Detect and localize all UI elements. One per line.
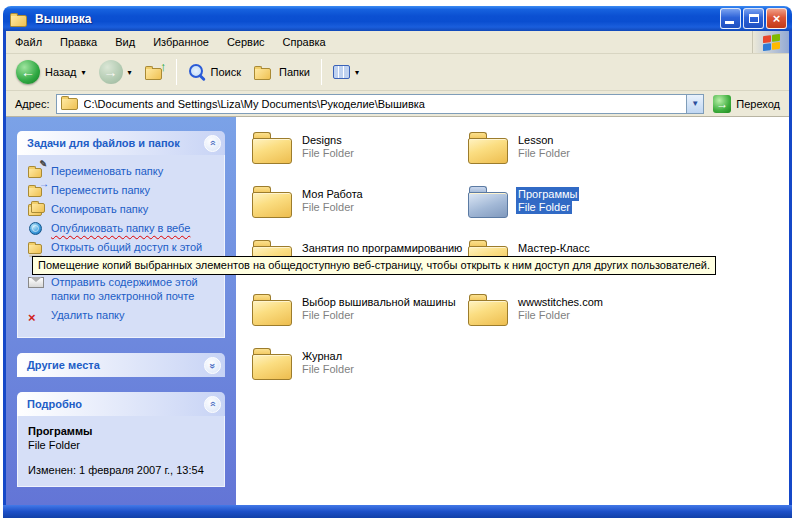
task-publish-folder-web[interactable]: Опубликовать папку в вебе (28, 221, 218, 235)
menu-file[interactable]: Файл (6, 32, 51, 52)
window-title: Вышивка (35, 12, 715, 26)
folder-item-lesson[interactable]: Lesson File Folder (468, 131, 789, 185)
address-folder-icon (61, 97, 79, 110)
task-email-folder[interactable]: Отправить содержимое этой папки по элект… (28, 275, 218, 303)
folder-item-wwwstitches[interactable]: wwwstitches.com File Folder (468, 293, 789, 347)
other-places-panel: Другие места » (17, 353, 225, 377)
forward-arrow-icon: → (99, 60, 123, 84)
email-icon (28, 275, 45, 289)
folder-type: File Folder (300, 363, 356, 376)
address-path[interactable]: C:\Documents and Settings\Liza\My Docume… (84, 98, 682, 110)
folder-icon (252, 185, 292, 219)
details-item-modified: Изменен: 1 февраля 2007 г., 13:54 (28, 464, 218, 476)
menu-favorites[interactable]: Избранное (144, 32, 218, 52)
folder-type: File Folder (300, 201, 356, 214)
folder-icon (468, 293, 508, 327)
folder-item-vybor-mashiny[interactable]: Выбор вышивальной машины File Folder (252, 293, 468, 347)
views-button[interactable]: ▾ (327, 61, 365, 83)
back-button[interactable]: ← Назад ▾ (10, 56, 92, 88)
tasks-panel: Задачи для файлов и папок » ✎ Переименов… (17, 131, 225, 338)
folder-name: wwwstitches.com (516, 295, 605, 309)
up-folder-icon: ↑ (145, 64, 165, 80)
back-dropdown-icon[interactable]: ▾ (82, 68, 86, 77)
menu-tools[interactable]: Сервис (218, 32, 274, 52)
folder-icon (252, 131, 292, 165)
folder-icon (252, 347, 292, 381)
task-pane: Задачи для файлов и папок » ✎ Переименов… (6, 117, 236, 505)
task-copy-folder[interactable]: Скопировать папку (28, 202, 218, 216)
folder-item-programmy-selected[interactable]: Программы File Folder (468, 185, 789, 239)
tasks-panel-header[interactable]: Задачи для файлов и папок » (17, 131, 225, 155)
address-dropdown-button[interactable]: ▼ (686, 95, 703, 113)
windows-logo (752, 31, 789, 53)
up-button[interactable]: ↑ (139, 60, 171, 84)
windows-flag-icon (763, 33, 780, 50)
window-folder-icon (10, 11, 30, 27)
forward-dropdown-icon[interactable]: ▾ (128, 68, 132, 77)
toolbar: ← Назад ▾ → ▾ ↑ Поиск Папки (6, 54, 789, 91)
menu-edit[interactable]: Правка (51, 32, 106, 52)
folder-icon (468, 131, 508, 165)
folder-type: File Folder (516, 147, 572, 160)
other-places-header[interactable]: Другие места » (17, 353, 225, 377)
details-item-name: Программы (28, 425, 218, 437)
publish-web-globe-icon (28, 221, 45, 235)
go-button[interactable]: → Переход (710, 93, 783, 115)
folder-name: Программы (516, 187, 579, 201)
folder-icon-selected (468, 185, 508, 219)
search-button[interactable]: Поиск (182, 59, 247, 85)
folder-item-zhurnal[interactable]: Журнал File Folder (252, 347, 468, 401)
move-folder-icon: → (28, 183, 45, 197)
folder-item-moya-rabota[interactable]: Моя Работа File Folder (252, 185, 468, 239)
folder-name: Designs (300, 133, 344, 147)
maximize-button[interactable] (743, 8, 764, 29)
folder-icon (252, 293, 292, 327)
close-button[interactable]: × (766, 8, 787, 29)
window-bottom-frame (3, 505, 792, 518)
search-icon (188, 63, 206, 81)
folder-name: Занятия по программированию (300, 241, 464, 255)
folder-type: File Folder (300, 147, 356, 160)
task-delete-folder[interactable]: × Удалить папку (28, 308, 218, 322)
back-arrow-icon: ← (16, 60, 40, 84)
toolbar-separator (321, 59, 322, 85)
file-list-area[interactable]: Designs File Folder Lesson File Folder (236, 117, 789, 505)
task-move-folder[interactable]: → Переместить папку (28, 183, 218, 197)
explorer-window: Вышивка × Файл Правка Вид Избранное Серв… (3, 6, 792, 518)
folder-type: File Folder (300, 309, 356, 322)
menu-view[interactable]: Вид (106, 32, 144, 52)
address-bar: Адрес: C:\Documents and Settings\Liza\My… (6, 91, 789, 117)
folders-icon (254, 64, 274, 80)
chevron-up-icon[interactable]: » (204, 396, 221, 413)
views-icon (333, 65, 350, 79)
folder-name: Журнал (300, 349, 344, 363)
publish-task-tooltip: Помещение копий выбранных элементов на о… (32, 256, 716, 275)
address-input[interactable]: C:\Documents and Settings\Liza\My Docume… (56, 94, 705, 114)
folder-name: Мастер-Класс (516, 241, 592, 255)
folder-name: Моя Работа (300, 187, 365, 201)
share-folder-icon (28, 240, 45, 254)
chevron-down-icon[interactable]: » (204, 357, 221, 374)
folder-type: File Folder (516, 201, 572, 214)
copy-folder-icon (28, 202, 45, 216)
folder-name: Выбор вышивальной машины (300, 295, 458, 309)
details-panel: Подробно » Программы File Folder Изменен… (17, 392, 225, 487)
views-dropdown-icon[interactable]: ▾ (355, 68, 359, 77)
task-rename-folder[interactable]: ✎ Переименовать папку (28, 164, 218, 178)
menu-bar: Файл Правка Вид Избранное Сервис Справка (6, 31, 789, 54)
details-panel-header[interactable]: Подробно » (17, 392, 225, 416)
folders-button[interactable]: Папки (248, 60, 316, 84)
address-label: Адрес: (15, 98, 50, 110)
rename-folder-icon: ✎ (28, 164, 45, 178)
details-item-type: File Folder (28, 439, 218, 451)
folder-item-designs[interactable]: Designs File Folder (252, 131, 468, 185)
minimize-button[interactable] (720, 8, 741, 29)
go-arrow-icon: → (713, 95, 731, 113)
chevron-up-icon[interactable]: » (204, 135, 221, 152)
folder-name: Lesson (516, 133, 555, 147)
titlebar[interactable]: Вышивка × (3, 6, 792, 31)
delete-x-icon: × (28, 308, 45, 322)
menu-help[interactable]: Справка (274, 32, 335, 52)
forward-button[interactable]: → ▾ (93, 56, 138, 88)
folder-type: File Folder (516, 309, 572, 322)
